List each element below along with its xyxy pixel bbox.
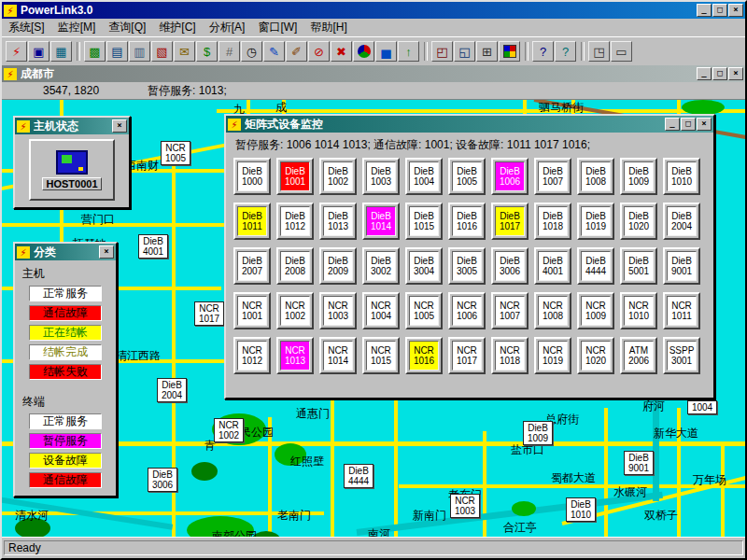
- device-button-DieB-1005[interactable]: DieB1005: [448, 158, 486, 195]
- device-button-NCR-1018[interactable]: NCR1018: [491, 337, 529, 374]
- device-table-icon[interactable]: ▤: [106, 41, 128, 62]
- map-device-button-DieB2004[interactable]: DieB2004: [157, 378, 187, 402]
- device-button-DieB-3005[interactable]: DieB3005: [448, 247, 486, 285]
- device-button-DieB-1010[interactable]: DieB1010: [663, 158, 700, 195]
- legend-close-button[interactable]: ×: [99, 245, 114, 259]
- device-button-NCR-1001[interactable]: NCR1001: [233, 292, 271, 329]
- report-icon[interactable]: ▧: [151, 41, 173, 62]
- menu-item-3[interactable]: 维护[C]: [152, 18, 202, 37]
- device-button-DieB-1011[interactable]: DieB1011: [233, 203, 271, 240]
- menu-item-2[interactable]: 查询[Q]: [102, 18, 152, 37]
- cash-icon[interactable]: $: [196, 41, 218, 62]
- context-help-icon[interactable]: ?: [555, 41, 576, 62]
- device-button-NCR-1019[interactable]: NCR1019: [534, 337, 571, 374]
- device-button-NCR-1014[interactable]: NCR1014: [319, 337, 357, 374]
- device-button-DieB-1015[interactable]: DieB1015: [405, 203, 443, 240]
- host0001-button[interactable]: HOST0001: [29, 139, 115, 201]
- device-button-DieB-1001[interactable]: DieB1001: [276, 158, 314, 195]
- list-view-icon[interactable]: ▥: [129, 41, 150, 62]
- device-button-DieB-1013[interactable]: DieB1013: [319, 203, 357, 240]
- device-button-DieB-3004[interactable]: DieB3004: [405, 247, 443, 285]
- map-device-button-NCR1005[interactable]: NCR1005: [161, 141, 190, 165]
- device-button-DieB-1009[interactable]: DieB1009: [620, 158, 657, 195]
- map-device-button-DieB4001[interactable]: DieB4001: [138, 234, 168, 259]
- device-button-DieB-1008[interactable]: DieB1008: [577, 158, 614, 195]
- device-button-NCR-1012[interactable]: NCR1012: [233, 337, 271, 374]
- map-device-button-NCR1003[interactable]: NCR1003: [450, 494, 480, 518]
- device-button-NCR-1009[interactable]: NCR1009: [577, 292, 614, 329]
- matrix-view-icon[interactable]: ▦: [50, 41, 72, 62]
- map-device-button-NCR1002[interactable]: NCR1002: [214, 418, 244, 442]
- device-button-DieB-1018[interactable]: DieB1018: [534, 203, 571, 240]
- minimize-button[interactable]: _: [697, 4, 712, 17]
- window-icon[interactable]: ◳: [588, 41, 610, 62]
- device-button-DieB-4001[interactable]: DieB4001: [534, 247, 571, 285]
- device-button-SSPP-3001[interactable]: SSPP3001: [663, 337, 700, 374]
- host-monitor-icon[interactable]: ▣: [28, 41, 49, 62]
- device-button-NCR-1008[interactable]: NCR1008: [534, 292, 571, 329]
- delete-icon[interactable]: ✖: [331, 41, 352, 62]
- maximize-button[interactable]: □: [712, 4, 727, 17]
- menu-item-6[interactable]: 帮助[H]: [303, 18, 353, 37]
- help-icon[interactable]: ?: [532, 41, 554, 62]
- map-device-button-DieB3006[interactable]: DieB3006: [148, 468, 177, 492]
- palette-icon[interactable]: [499, 41, 520, 62]
- device-button-NCR-1016[interactable]: NCR1016: [405, 337, 443, 374]
- clock-icon[interactable]: ◷: [241, 41, 262, 62]
- matrix-close-button[interactable]: ×: [697, 118, 712, 131]
- menu-item-0[interactable]: 系统[S]: [2, 18, 51, 37]
- device-button-NCR-1017[interactable]: NCR1017: [448, 337, 486, 374]
- lightning-icon[interactable]: ⚡: [6, 41, 27, 62]
- map-device-button-DieB1009[interactable]: DieB1009: [523, 421, 553, 445]
- abacus-icon[interactable]: #: [218, 41, 240, 62]
- mail-icon[interactable]: ✉: [174, 41, 195, 62]
- map-device-button-1004[interactable]: 1004: [687, 400, 717, 414]
- device-button-NCR-1003[interactable]: NCR1003: [319, 292, 357, 329]
- device-button-DieB-2007[interactable]: DieB2007: [233, 247, 271, 285]
- device-button-DieB-1006[interactable]: DieB1006: [491, 158, 529, 195]
- child-maximize-button[interactable]: □: [712, 67, 727, 80]
- pie-chart-icon[interactable]: [353, 41, 374, 62]
- device-button-NCR-1015[interactable]: NCR1015: [362, 337, 400, 374]
- device-button-NCR-1005[interactable]: NCR1005: [405, 292, 443, 329]
- device-button-DieB-1000[interactable]: DieB1000: [233, 158, 271, 195]
- trend-chart-icon[interactable]: ↑: [398, 41, 419, 62]
- device-button-DieB-3006[interactable]: DieB3006: [491, 247, 529, 285]
- device-button-DieB-1007[interactable]: DieB1007: [534, 158, 571, 195]
- device-button-DieB-5001[interactable]: DieB5001: [620, 247, 657, 285]
- pen-icon[interactable]: ✎: [263, 41, 285, 62]
- child-minimize-button[interactable]: _: [697, 67, 712, 80]
- menu-item-1[interactable]: 监控[M]: [51, 18, 103, 37]
- menu-item-4[interactable]: 分析[A]: [203, 18, 252, 37]
- child-close-button[interactable]: ×: [728, 67, 743, 80]
- fullscreen-icon[interactable]: ▭: [611, 41, 632, 62]
- device-button-DieB-1002[interactable]: DieB1002: [319, 158, 357, 195]
- matrix-minimize-button[interactable]: _: [665, 118, 680, 131]
- device-button-DieB-1012[interactable]: DieB1012: [276, 203, 314, 240]
- device-button-NCR-1006[interactable]: NCR1006: [448, 292, 486, 329]
- device-button-ATM-2006[interactable]: ATM2006: [620, 337, 657, 374]
- map-device-button-DieB1010[interactable]: DieB1010: [566, 497, 596, 522]
- map-device-button-DieB9001[interactable]: DieB9001: [624, 451, 654, 475]
- cascade-windows-icon[interactable]: ◰: [431, 41, 453, 62]
- device-button-DieB-4444[interactable]: DieB4444: [577, 247, 614, 285]
- device-button-DieB-1003[interactable]: DieB1003: [362, 158, 400, 195]
- device-button-DieB-1014[interactable]: DieB1014: [362, 203, 400, 240]
- menu-item-5[interactable]: 窗口[W]: [251, 18, 303, 37]
- device-button-NCR-1010[interactable]: NCR1010: [620, 292, 657, 329]
- device-button-DieB-1019[interactable]: DieB1019: [577, 203, 614, 240]
- device-button-NCR-1011[interactable]: NCR1011: [663, 292, 700, 329]
- device-button-DieB-2008[interactable]: DieB2008: [276, 247, 314, 285]
- device-button-DieB-1016[interactable]: DieB1016: [448, 203, 486, 240]
- close-button[interactable]: ×: [728, 4, 743, 17]
- device-button-DieB-1004[interactable]: DieB1004: [405, 158, 443, 195]
- device-button-DieB-2004[interactable]: DieB2004: [663, 203, 700, 240]
- map-icon[interactable]: ▩: [84, 41, 106, 62]
- device-button-NCR-1007[interactable]: NCR1007: [491, 292, 529, 329]
- tile-windows-icon[interactable]: ◱: [454, 41, 475, 62]
- device-button-NCR-1004[interactable]: NCR1004: [362, 292, 400, 329]
- device-button-DieB-9001[interactable]: DieB9001: [663, 247, 700, 285]
- map-device-button-NCR1017[interactable]: NCR1017: [194, 301, 224, 326]
- pencil-icon[interactable]: ✐: [286, 41, 307, 62]
- device-button-DieB-1020[interactable]: DieB1020: [620, 203, 657, 240]
